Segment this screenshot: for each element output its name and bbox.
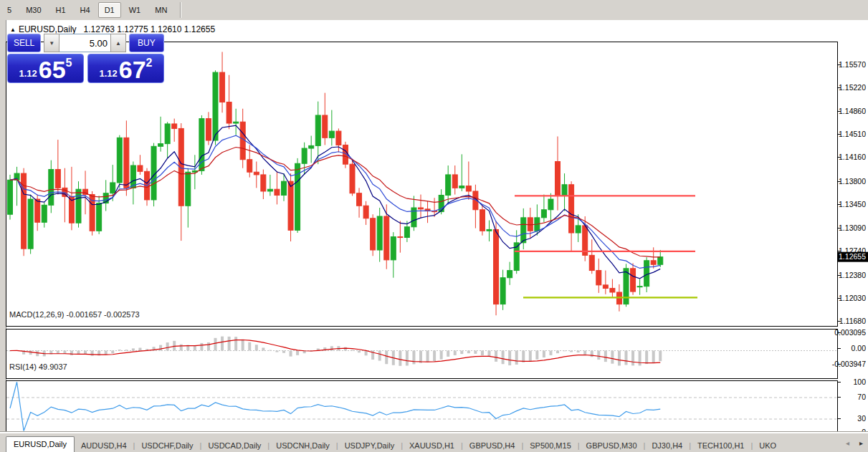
chart-tab-gbpusd-m30[interactable]: GBPUSD,M30: [580, 439, 644, 452]
macd-histogram-bar: [481, 351, 484, 356]
macd-histogram-bar: [474, 351, 477, 354]
candle: [295, 163, 300, 230]
chart-tab-usdcnh-daily[interactable]: USDCNH,Daily: [270, 439, 336, 452]
candle: [384, 216, 389, 260]
macd-histogram-bar: [385, 351, 388, 365]
buy-price-display[interactable]: 1.12 67 2: [87, 54, 164, 83]
chart-tab-usdcad-daily[interactable]: USDCAD,Daily: [201, 439, 267, 452]
rsi-axis-label: 70: [857, 393, 866, 401]
macd-histogram-bar: [159, 345, 162, 351]
macd-histogram-bar: [214, 338, 217, 351]
macd-histogram-bar: [125, 350, 128, 350]
candle: [528, 218, 533, 231]
candle: [151, 146, 156, 200]
timeframe-button-h1[interactable]: H1: [49, 2, 72, 18]
macd-histogram-bar: [180, 345, 183, 351]
price-axis-label: 1.12030: [839, 294, 866, 302]
chart-tab-tech100-h1[interactable]: TECH100,H1: [691, 439, 750, 452]
candle: [377, 216, 382, 250]
chart-ohlc-values: 1.12763 1.12775 1.12610 1.12655: [84, 24, 216, 34]
macd-histogram-bar: [105, 351, 108, 355]
macd-histogram-bar: [591, 351, 593, 357]
macd-histogram-bar: [138, 348, 141, 351]
timeframe-button-m5[interactable]: 5: [1, 2, 18, 18]
macd-histogram-bar: [84, 351, 87, 355]
timeframe-button-h4[interactable]: H4: [74, 2, 97, 18]
candle: [110, 183, 115, 193]
candle: [576, 226, 581, 233]
candle: [624, 269, 629, 304]
sell-price-display[interactable]: 1.12 65 5: [7, 54, 84, 83]
candle: [323, 115, 328, 138]
macd-histogram-bar: [454, 351, 457, 355]
macd-histogram-bar: [173, 341, 176, 351]
candle: [8, 180, 13, 214]
timeframe-button-d1[interactable]: D1: [98, 2, 121, 18]
sell-button[interactable]: SELL: [7, 34, 41, 52]
macd-histogram-bar: [317, 348, 320, 350]
trade-prices-row: 1.12 65 5 1.12 67 2: [7, 54, 164, 83]
candle: [452, 175, 457, 188]
macd-histogram-bar: [625, 351, 628, 365]
rsi-line: [10, 382, 660, 431]
collapse-triangle-icon[interactable]: ▲: [10, 27, 16, 33]
chart-tab-sp500-m15[interactable]: SP500,M15: [523, 439, 577, 452]
macd-histogram-bar: [29, 351, 32, 355]
chart-tab-usdjpy-daily[interactable]: USDJPY,Daily: [338, 439, 401, 452]
candle: [275, 189, 280, 195]
macd-histogram-bar: [146, 349, 148, 350]
candle: [199, 119, 204, 171]
candle: [343, 145, 348, 164]
chart-tab-audusd-h4[interactable]: AUDUSD,H4: [75, 439, 133, 452]
macd-histogram-bar: [365, 351, 368, 356]
price-axis-label: 1.12740: [839, 246, 866, 255]
candle: [480, 210, 485, 231]
trade-controls-row: SELL ▼ ▲ BUY: [7, 34, 164, 52]
macd-histogram-bar: [242, 340, 244, 351]
macd-histogram-bar: [529, 351, 532, 362]
price-axis-label: 1.14160: [839, 153, 866, 161]
current-price-tag: [837, 252, 868, 262]
candle: [69, 196, 74, 223]
timeframe-button-m30[interactable]: M30: [19, 2, 47, 18]
macd-histogram-bar: [597, 351, 600, 360]
panel-frame: [6, 380, 837, 438]
macd-histogram-bar: [269, 350, 272, 351]
timeframe-toolbar: 5 M30 H1 H4 D1 W1 MN: [0, 0, 868, 21]
chart-symbol-label: EURUSD,Daily: [19, 24, 77, 34]
macd-histogram-bar: [323, 347, 326, 351]
chart-tab-gbpusd-h4[interactable]: GBPUSD,H4: [463, 439, 522, 452]
buy-button[interactable]: BUY: [129, 34, 164, 52]
macd-histogram-bar: [57, 351, 59, 354]
macd-histogram-bar: [248, 342, 251, 351]
chart-tab-usdchf-daily[interactable]: USDCHF,Daily: [135, 439, 199, 452]
macd-histogram-bar: [618, 351, 621, 366]
chart-tab-uko[interactable]: UKO: [753, 439, 783, 452]
rsi-axis-label: 100: [853, 378, 866, 386]
candle: [371, 218, 376, 250]
candle: [90, 195, 95, 231]
candle: [267, 189, 272, 191]
chart-tab-xauusd-h1[interactable]: XAUUSD,H1: [403, 439, 461, 452]
volume-input[interactable]: [59, 34, 110, 52]
chart-tab-eurusd-daily[interactable]: EURUSD,Daily: [6, 436, 75, 452]
candle: [521, 218, 526, 243]
macd-histogram-bar: [583, 351, 586, 355]
moving-average-line: [10, 135, 660, 268]
chart-tab-dj30-h4[interactable]: DJ30,H4: [645, 439, 689, 452]
macd-histogram-bar: [282, 351, 285, 353]
macd-histogram-bar: [358, 351, 361, 353]
volume-decrease-icon[interactable]: ▼: [44, 34, 59, 52]
candle: [315, 115, 320, 145]
macd-histogram-bar: [63, 351, 66, 354]
macd-histogram-bar: [194, 345, 196, 350]
tab-scroll-left-icon[interactable]: ◂: [841, 439, 854, 447]
candle: [158, 144, 163, 147]
volume-increase-icon[interactable]: ▲: [110, 34, 126, 52]
timeframe-button-w1[interactable]: W1: [123, 2, 148, 18]
candle: [603, 285, 608, 289]
candle: [616, 292, 621, 304]
macd-histogram-bar: [186, 345, 189, 351]
tab-scroll-right-icon[interactable]: ▸: [854, 439, 868, 447]
timeframe-button-mn[interactable]: MN: [148, 2, 173, 18]
